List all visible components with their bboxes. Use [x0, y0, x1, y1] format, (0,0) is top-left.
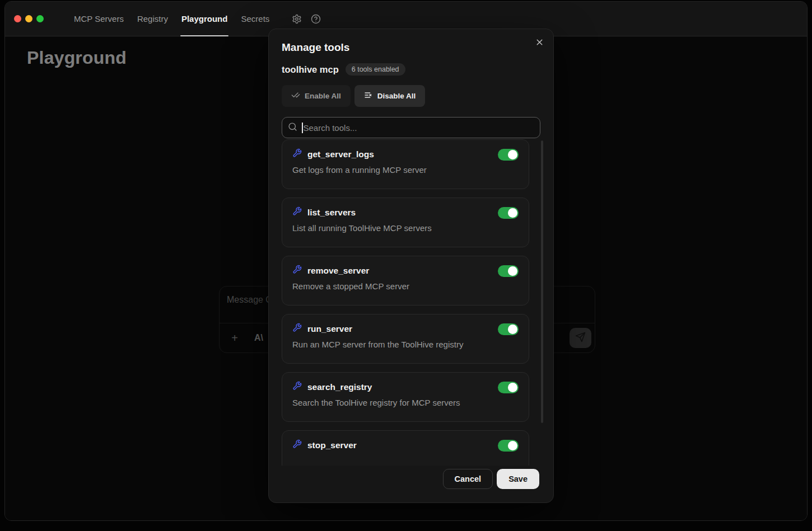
- search-icon: [288, 122, 297, 134]
- enable-all-button[interactable]: Enable All: [282, 85, 351, 107]
- minimize-window-button[interactable]: [25, 15, 32, 22]
- tool-toggle[interactable]: [498, 265, 519, 277]
- close-dialog-button[interactable]: [535, 37, 544, 49]
- tool-description: Remove a stopped MCP server: [292, 281, 519, 291]
- tool-description: Search the ToolHive registry for MCP ser…: [292, 398, 519, 407]
- nav-tab-playground[interactable]: Playground: [175, 2, 235, 36]
- disable-all-button[interactable]: Disable All: [354, 85, 426, 107]
- tool-name: list_servers: [307, 208, 356, 218]
- wrench-icon: [292, 148, 302, 160]
- tool-name: run_server: [307, 324, 352, 334]
- settings-gear-icon[interactable]: [292, 14, 302, 24]
- list-x-icon: [364, 91, 373, 101]
- tool-name: remove_server: [307, 266, 369, 276]
- server-name: toolhive mcp: [282, 64, 339, 75]
- wrench-icon: [292, 323, 302, 335]
- nav-tab-mcp-servers[interactable]: MCP Servers: [67, 2, 130, 36]
- tools-list: get_server_logs Get logs from a running …: [282, 139, 543, 466]
- main-nav: MCP Servers Registry Playground Secrets: [67, 2, 276, 36]
- tool-toggle[interactable]: [498, 323, 519, 335]
- tool-card: get_server_logs Get logs from a running …: [282, 139, 529, 189]
- tools-enabled-badge: 6 tools enabled: [346, 63, 405, 76]
- window-controls: [14, 15, 44, 22]
- help-icon[interactable]: [311, 14, 321, 24]
- wrench-icon: [292, 206, 302, 218]
- toggle-knob: [508, 383, 517, 392]
- tool-card: list_servers List all running ToolHive M…: [282, 198, 529, 247]
- tool-card: search_registry Search the ToolHive regi…: [282, 372, 529, 422]
- toggle-knob: [508, 266, 517, 276]
- zoom-window-button[interactable]: [36, 15, 44, 22]
- tool-toggle[interactable]: [498, 440, 519, 452]
- text-caret: [302, 123, 303, 133]
- tool-name: stop_server: [307, 440, 357, 450]
- close-window-button[interactable]: [14, 15, 21, 22]
- tool-card: stop_server: [282, 430, 529, 466]
- enable-all-label: Enable All: [305, 92, 341, 100]
- nav-tab-label: Playground: [181, 14, 228, 24]
- toggle-knob: [508, 208, 517, 218]
- tool-toggle[interactable]: [498, 382, 519, 393]
- app-window: MCP Servers Registry Playground Secrets …: [4, 1, 808, 521]
- list-scrollbar[interactable]: [541, 140, 543, 423]
- tool-card: remove_server Remove a stopped MCP serve…: [282, 256, 529, 306]
- nav-tab-registry[interactable]: Registry: [130, 2, 175, 36]
- tool-name: get_server_logs: [307, 149, 374, 159]
- active-tab-indicator: [180, 35, 229, 36]
- disable-all-label: Disable All: [377, 92, 416, 100]
- toggle-knob: [508, 325, 517, 334]
- manage-tools-dialog: Manage tools toolhive mcp 6 tools enable…: [268, 29, 554, 503]
- nav-tab-label: Registry: [137, 14, 168, 24]
- nav-tab-label: Secrets: [241, 14, 269, 24]
- toggle-knob: [508, 441, 517, 450]
- tool-description: Get logs from a running MCP server: [292, 165, 519, 175]
- wrench-icon: [292, 439, 302, 451]
- toggle-knob: [508, 150, 517, 159]
- tool-description: List all running ToolHive MCP servers: [292, 223, 519, 233]
- tool-toggle[interactable]: [498, 149, 519, 161]
- search-tools-input[interactable]: [304, 123, 535, 133]
- check-check-icon: [291, 91, 300, 101]
- dialog-title: Manage tools: [282, 41, 540, 54]
- cancel-button[interactable]: Cancel: [443, 469, 493, 489]
- wrench-icon: [292, 381, 302, 393]
- wrench-icon: [292, 265, 302, 276]
- tool-description: Run an MCP server from the ToolHive regi…: [292, 340, 519, 349]
- nav-tab-label: MCP Servers: [74, 14, 124, 24]
- save-button[interactable]: Save: [497, 469, 539, 489]
- tool-card: run_server Run an MCP server from the To…: [282, 314, 529, 364]
- tool-name: search_registry: [307, 382, 372, 392]
- tool-toggle[interactable]: [498, 207, 519, 219]
- search-tools-field: [282, 117, 540, 138]
